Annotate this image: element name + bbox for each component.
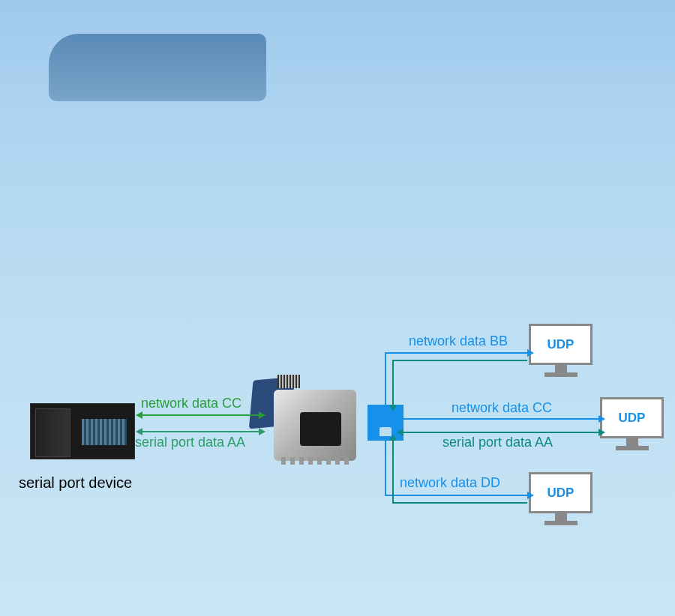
label-left-serial-aa: serial port data AA: [135, 435, 245, 450]
udp-label: UDP: [548, 337, 574, 352]
arrow-left-serial-aa: [142, 431, 259, 432]
label-right-network-dd: network data DD: [400, 475, 500, 491]
label-right-network-cc: network data CC: [452, 400, 552, 416]
label-right-serial-aa: serial port data AA: [442, 435, 553, 450]
arrow-head-right-cc-icon: [259, 411, 266, 419]
ethernet-module-icon: [262, 375, 360, 465]
udp-label: UDP: [548, 486, 574, 501]
arrow-dd-vertical: [385, 441, 386, 495]
arrow-bb-return-h: [392, 360, 527, 361]
arrow-bb-return-v: [392, 360, 394, 405]
arrow-dd-return-v: [392, 441, 394, 502]
arrow-head-aa-mid-l-icon: [397, 429, 404, 436]
monitor-udp-top: UDP: [529, 324, 592, 380]
arrow-cc-mid: [404, 418, 598, 420]
label-right-network-bb: network data BB: [409, 333, 508, 349]
monitor-udp-bottom: UDP: [529, 472, 592, 528]
udp-label: UDP: [619, 411, 646, 426]
header-banner: [49, 34, 266, 101]
arrow-head-aa-mid-r-icon: [598, 429, 605, 436]
arrow-head-dd-icon: [527, 492, 534, 499]
arrow-left-network-cc: [142, 414, 259, 416]
arrow-aa-mid: [404, 432, 598, 433]
arrow-head-cc-mid-icon: [598, 415, 605, 423]
arrow-head-dd-return-icon: [389, 434, 397, 441]
arrow-head-left-cc-icon: [136, 411, 142, 419]
arrow-bb-horizontal: [385, 352, 527, 354]
plc-label: serial port device: [19, 474, 132, 492]
arrow-head-right-aa-icon: [259, 428, 266, 435]
arrow-head-bb-return-icon: [389, 405, 397, 411]
arrow-dd-horizontal: [385, 495, 527, 496]
plc-device-icon: [30, 403, 135, 459]
arrow-dd-return-h: [392, 502, 527, 504]
arrow-head-bb-icon: [527, 349, 534, 357]
label-left-network-cc: network data CC: [141, 396, 242, 411]
arrow-bb-vertical: [385, 352, 386, 405]
monitor-udp-middle: UDP: [600, 397, 664, 453]
